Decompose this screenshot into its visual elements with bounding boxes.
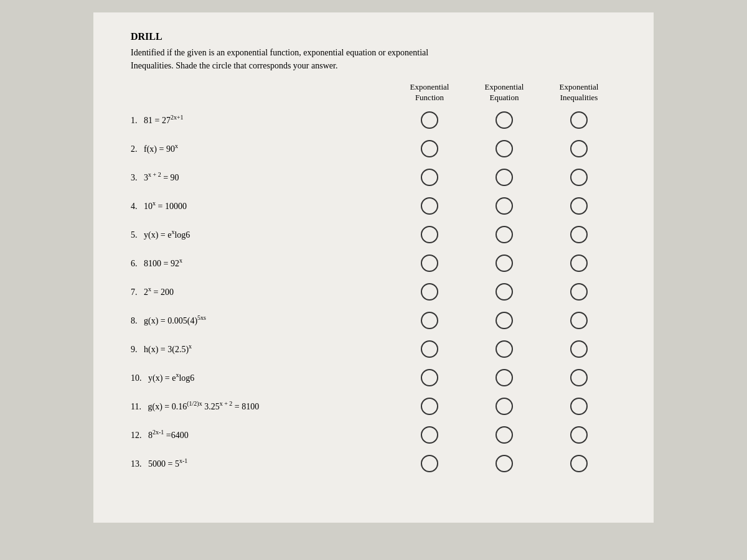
- circle-equation[interactable]: [496, 340, 513, 358]
- circle-inequalities[interactable]: [570, 111, 588, 129]
- circle-cell-function: [392, 340, 467, 358]
- circle-equation[interactable]: [496, 226, 513, 243]
- table-row: 11. g(x) = 0.16(1/2)x 3.25x + 2 = 8100: [131, 392, 629, 421]
- circle-equation[interactable]: [496, 426, 513, 444]
- circle-inequalities[interactable]: [570, 398, 588, 415]
- table-row: 7. 2x = 200: [131, 278, 629, 306]
- circles-group: [392, 226, 616, 243]
- circle-equation[interactable]: [496, 283, 513, 301]
- circle-cell-inequalities: [542, 197, 616, 215]
- instructions-line1: Identified if the given is an exponentia…: [131, 48, 428, 57]
- circles-group: [392, 140, 616, 157]
- circle-cell-equation: [467, 254, 542, 272]
- table-row: 12. 82x-1 =6400: [131, 421, 629, 449]
- drill-title: DRILL: [131, 31, 629, 42]
- circle-cell-equation: [467, 369, 542, 386]
- table-row: 4. 10x = 10000: [131, 192, 629, 220]
- circles-group: [392, 398, 616, 415]
- table-row: 2. f(x) = 90x: [131, 134, 629, 163]
- circle-cell-equation: [467, 169, 542, 186]
- circle-cell-function: [392, 369, 467, 386]
- circle-function[interactable]: [421, 111, 438, 129]
- circle-function[interactable]: [421, 369, 438, 386]
- circle-inequalities[interactable]: [570, 254, 588, 272]
- circle-cell-function: [392, 312, 467, 329]
- circle-equation[interactable]: [496, 111, 513, 129]
- table-row: 10. y(x) = exlog6: [131, 363, 629, 392]
- circle-function[interactable]: [421, 340, 438, 358]
- col-header-function: ExponentialFunction: [392, 82, 467, 103]
- circle-cell-inequalities: [542, 226, 616, 243]
- circle-cell-inequalities: [542, 140, 616, 157]
- instructions-line2: Inequalities. Shade the circle that corr…: [131, 61, 337, 70]
- circle-cell-function: [392, 197, 467, 215]
- item-label: 1. 81 = 272x+1: [131, 114, 392, 126]
- circle-inequalities[interactable]: [570, 197, 588, 215]
- circles-group: [392, 197, 616, 215]
- circle-cell-inequalities: [542, 283, 616, 301]
- circle-cell-equation: [467, 312, 542, 329]
- item-label: 10. y(x) = exlog6: [131, 371, 392, 383]
- circle-inequalities[interactable]: [570, 226, 588, 243]
- table-row: 13. 5000 = 5x-1: [131, 449, 629, 478]
- circle-function[interactable]: [421, 254, 438, 272]
- circles-group: [392, 369, 616, 386]
- circle-equation[interactable]: [496, 312, 513, 329]
- circle-cell-equation: [467, 197, 542, 215]
- circle-cell-function: [392, 111, 467, 129]
- circle-inequalities[interactable]: [570, 455, 588, 472]
- table-row: 3. 3x + 2 = 90: [131, 163, 629, 192]
- item-label: 4. 10x = 10000: [131, 200, 392, 212]
- circle-inequalities[interactable]: [570, 312, 588, 329]
- circle-function[interactable]: [421, 140, 438, 157]
- circle-function[interactable]: [421, 226, 438, 243]
- circle-inequalities[interactable]: [570, 369, 588, 386]
- circle-cell-inequalities: [542, 426, 616, 444]
- circle-function[interactable]: [421, 312, 438, 329]
- circles-group: [392, 283, 616, 301]
- circles-group: [392, 111, 616, 129]
- circle-cell-function: [392, 398, 467, 415]
- instructions: Identified if the given is an exponentia…: [131, 46, 616, 72]
- circle-inequalities[interactable]: [570, 426, 588, 444]
- circle-function[interactable]: [421, 283, 438, 301]
- item-label: 9. h(x) = 3(2.5)x: [131, 343, 392, 355]
- circle-inequalities[interactable]: [570, 169, 588, 186]
- circle-function[interactable]: [421, 169, 438, 186]
- circle-function[interactable]: [421, 398, 438, 415]
- circle-cell-equation: [467, 140, 542, 157]
- circle-equation[interactable]: [496, 197, 513, 215]
- item-label: 6. 8100 = 92x: [131, 257, 392, 269]
- item-label: 5. y(x) = exlog6: [131, 228, 392, 240]
- circle-function[interactable]: [421, 426, 438, 444]
- circle-equation[interactable]: [496, 369, 513, 386]
- circles-group: [392, 426, 616, 444]
- circle-equation[interactable]: [496, 169, 513, 186]
- circle-equation[interactable]: [496, 398, 513, 415]
- circle-inequalities[interactable]: [570, 140, 588, 157]
- circle-equation[interactable]: [496, 254, 513, 272]
- circles-group: [392, 340, 616, 358]
- item-label: 7. 2x = 200: [131, 286, 392, 297]
- circle-cell-equation: [467, 226, 542, 243]
- circle-cell-inequalities: [542, 312, 616, 329]
- circle-equation[interactable]: [496, 140, 513, 157]
- table-row: 5. y(x) = exlog6: [131, 220, 629, 249]
- circle-cell-equation: [467, 283, 542, 301]
- circle-cell-inequalities: [542, 340, 616, 358]
- page: DRILL Identified if the given is an expo…: [93, 12, 654, 523]
- circle-cell-equation: [467, 398, 542, 415]
- table-row: 9. h(x) = 3(2.5)x: [131, 335, 629, 363]
- circle-cell-function: [392, 283, 467, 301]
- circle-inequalities[interactable]: [570, 340, 588, 358]
- table-row: 1. 81 = 272x+1: [131, 106, 629, 134]
- item-label: 13. 5000 = 5x-1: [131, 457, 392, 469]
- circle-equation[interactable]: [496, 455, 513, 472]
- circle-function[interactable]: [421, 455, 438, 472]
- circles-group: [392, 312, 616, 329]
- circle-inequalities[interactable]: [570, 283, 588, 301]
- circle-function[interactable]: [421, 197, 438, 215]
- circle-cell-inequalities: [542, 169, 616, 186]
- column-headers: ExponentialFunction ExponentialEquation …: [131, 82, 629, 103]
- circle-cell-function: [392, 140, 467, 157]
